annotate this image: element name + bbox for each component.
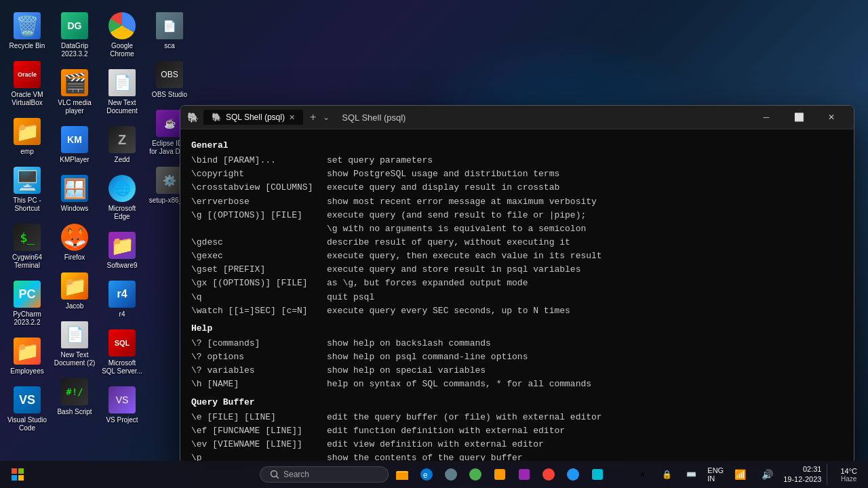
desktop-icon-chrome[interactable]: Google Chrome [98, 7, 146, 64]
sql-shell-window[interactable]: 🐘 🐘 SQL Shell (psql) ✕ + ⌄ SQL Shell (ps… [180, 105, 854, 464]
cmd-crosstabview: \crosstabview [COLUMNS] execute query an… [191, 181, 843, 195]
software9-icon: 📁 [108, 232, 136, 259]
recycle-bin-label: Recycle Bin [9, 42, 45, 50]
windows-icon: 🪟 [61, 175, 88, 202]
generic-app-icon-6 [566, 468, 580, 481]
desktop-icon-sca[interactable]: 📄 sca [146, 7, 193, 56]
desktop-icon-datagrip[interactable]: DG DataGrip 2023.3.2 [51, 7, 98, 64]
ms-sql-icon: SQL [108, 329, 136, 357]
desktop-icon-employees[interactable]: 📁 Employees [3, 332, 51, 381]
weather-temp: 14°C [840, 467, 857, 475]
desktop-icon-cygwin[interactable]: $_ Cygwin64 Terminal [3, 218, 51, 275]
cmd-q: \q quit psql [191, 291, 843, 304]
taskbar-app6[interactable] [513, 464, 535, 485]
desktop-icon-obs[interactable]: OBS OBS Studio [146, 56, 193, 104]
start-button[interactable] [7, 464, 28, 485]
desktop-icon-software9[interactable]: 📁 Software9 [98, 226, 146, 275]
maximize-button[interactable]: ⬜ [783, 106, 814, 129]
time-display: 02:31 [803, 464, 822, 474]
section-querybuffer-header: Query Buffer [191, 396, 843, 409]
desktop-icon-vlc[interactable]: 🎬 VLC media player [51, 64, 98, 121]
sql-shell-app-icon: 🐘 [187, 112, 198, 123]
close-button[interactable]: ✕ [816, 106, 847, 129]
desktop-icon-jacob[interactable]: 📁 Jacob [51, 267, 98, 316]
window-title-text: SQL Shell (psql) [342, 113, 745, 123]
taskbar-edge[interactable]: e [416, 464, 437, 485]
weather-widget[interactable]: 14°C Haze [836, 467, 861, 483]
desktop-icon-this-pc[interactable]: 🖥️ This PC - Shortcut [3, 161, 51, 218]
desktop-icon-kmplayer[interactable]: KM KMPlayer [51, 121, 98, 169]
generic-app-icon-4 [517, 468, 531, 481]
taskbar-app9[interactable] [587, 464, 608, 485]
desktop-icon-vs-project[interactable]: VS VS Project [98, 381, 146, 430]
generic-app-icon-1 [444, 468, 458, 481]
tray-icon-1[interactable]: 🔒 [656, 464, 677, 485]
vlc-icon: 🎬 [61, 69, 88, 96]
desktop-icon-bash-script[interactable]: #!/ Bash Script [51, 373, 98, 422]
msedge-icon: 🌐 [108, 175, 136, 202]
desktop-icon-emp[interactable]: 📁 emp [3, 113, 51, 161]
taskbar-app7[interactable] [538, 464, 559, 485]
desktop-icon-firefox[interactable]: 🦊 Firefox [51, 218, 98, 267]
tab-overflow-button[interactable]: ⌄ [323, 113, 330, 122]
taskbar-app4[interactable] [465, 464, 486, 485]
jacob-icon: 📁 [61, 272, 88, 300]
desktop-icon-vscode[interactable]: VS Visual Studio Code [3, 381, 51, 438]
svg-text:e: e [423, 470, 428, 480]
vlc-label: VLC media player [54, 99, 96, 115]
desktop-icon-msedge[interactable]: 🌐 Microsoft Edge [98, 169, 146, 226]
cmd-g-note: \g with no arguments is equivalent to a … [191, 222, 843, 236]
this-pc-icon: 🖥️ [14, 167, 41, 194]
tab-add-button[interactable]: + [307, 111, 319, 123]
desktop-icon-pycharm[interactable]: PC PyCharm 2023.2.2 [3, 275, 51, 332]
desktop-icon-windows[interactable]: 🪟 Windows [51, 169, 98, 218]
cmd-g: \g [(OPTIONS)] [FILE] execute query (and… [191, 209, 843, 222]
taskbar-app5[interactable] [489, 464, 511, 485]
ms-sql-label: Microsoft SQL Server... [101, 359, 143, 375]
taskbar-file-explorer[interactable] [391, 464, 413, 485]
active-tab[interactable]: 🐘 SQL Shell (psql) ✕ [203, 110, 303, 125]
desktop-icon-oracle-vm[interactable]: Oracle Oracle VM VirtualBox [3, 56, 51, 113]
clock-widget[interactable]: 02:31 19-12-2023 [783, 464, 821, 485]
cygwin-icon: $_ [14, 224, 41, 251]
taskbar-app8[interactable] [562, 464, 584, 485]
system-tray: ∧ 🔒 ⌨️ [631, 464, 702, 485]
desktop: 🗑️ Recycle Bin Oracle Oracle VM VirtualB… [0, 0, 868, 488]
svg-line-5 [277, 476, 279, 479]
tray-icon-2[interactable]: ⌨️ [680, 464, 702, 485]
windows-logo-icon [12, 468, 24, 481]
employees-icon: 📁 [14, 338, 41, 365]
msedge-label: Microsoft Edge [101, 205, 143, 221]
tray-overflow-button[interactable]: ∧ [631, 464, 653, 485]
generic-app-icon-2 [469, 468, 482, 481]
oracle-vm-icon: Oracle [14, 61, 41, 88]
desktop-icon-zedd[interactable]: Z Zedd [98, 121, 146, 169]
kmplayer-label: KMPlayer [60, 156, 89, 164]
search-bar[interactable]: Search [260, 466, 389, 483]
desktop-icon-ms-sql[interactable]: SQL Microsoft SQL Server... [98, 324, 146, 381]
desktop-icon-new-text-doc2[interactable]: 📄 New Text Document (2) [51, 316, 98, 373]
cmd-gdesc: \gdesc describe result of query, without… [191, 236, 843, 249]
zedd-label: Zedd [115, 156, 130, 164]
window-titlebar: 🐘 🐘 SQL Shell (psql) ✕ + ⌄ SQL Shell (ps… [180, 106, 854, 129]
svg-rect-0 [12, 468, 17, 474]
network-icon[interactable]: 📶 [729, 464, 751, 485]
cmd-gset: \gset [PREFIX] execute query and store r… [191, 263, 843, 277]
desktop-icon-new-text-doc[interactable]: 📄 New Text Document [98, 64, 146, 121]
taskbar-center: Search e [260, 464, 608, 485]
cygwin-label: Cygwin64 Terminal [6, 253, 48, 270]
svg-rect-2 [12, 475, 17, 481]
language-indicator[interactable]: ENG IN [707, 466, 724, 483]
svg-point-15 [567, 468, 579, 481]
desktop-icon-recycle-bin[interactable]: 🗑️ Recycle Bin [3, 7, 51, 56]
cmd-help-options: \? options show help on psql command-lin… [191, 350, 843, 364]
svg-rect-16 [592, 469, 603, 480]
employees-label: Employees [10, 367, 43, 375]
taskbar-app3[interactable] [440, 464, 462, 485]
tab-close-icon[interactable]: ✕ [289, 113, 295, 122]
cmd-ev: \ev [VIEWNAME [LINE]] edit view definiti… [191, 438, 843, 451]
show-desktop-button[interactable] [827, 464, 831, 485]
volume-icon[interactable]: 🔊 [756, 464, 778, 485]
desktop-icon-r4[interactable]: r4 r4 [98, 275, 146, 324]
minimize-button[interactable]: ─ [751, 106, 782, 129]
